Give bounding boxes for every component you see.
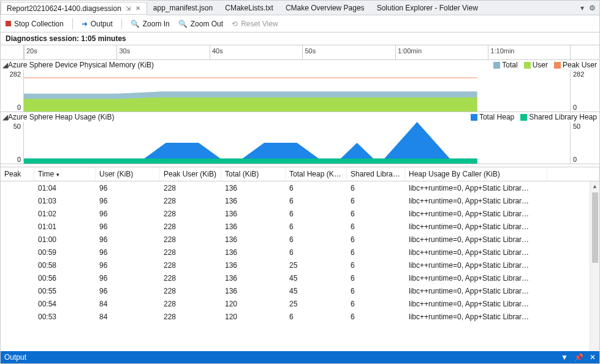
cell-total: 136 <box>221 247 286 258</box>
cell-time: 00:53 <box>34 311 96 322</box>
stop-icon <box>6 21 11 26</box>
tab-app-manifest[interactable]: app_manifest.json <box>147 1 219 15</box>
cell-totalheap: 6 <box>286 221 347 232</box>
cell-peak <box>1 316 34 318</box>
cell-sharedlib: 6 <box>347 208 405 219</box>
cell-sharedlib: 6 <box>347 311 405 322</box>
ruler-gutter-left <box>1 45 24 59</box>
separator <box>121 18 122 29</box>
legend-swatch-peak <box>554 62 561 69</box>
table-row[interactable]: 00:56 96 228 136 45 6 libc++runtime=0, A… <box>1 271 599 284</box>
cell-user: 96 <box>96 273 160 284</box>
gear-icon[interactable]: ⚙ <box>589 4 596 12</box>
cell-time: 01:03 <box>34 195 96 207</box>
table-row[interactable]: 00:54 84 228 120 25 6 libc++runtime=0, A… <box>1 297 599 310</box>
tab-cmake-overview[interactable]: CMake Overview Pages <box>279 1 371 15</box>
table-row[interactable]: 01:03 96 228 136 6 6 libc++runtime=0, Ap… <box>1 194 599 207</box>
tab-cmakelists[interactable]: CMakeLists.txt <box>219 1 279 15</box>
pin-icon[interactable]: 📌 <box>574 353 583 362</box>
scroll-thumb[interactable] <box>592 192 598 263</box>
button-label: Output <box>91 20 113 28</box>
cell-time: 00:56 <box>34 273 96 284</box>
cell-heapusage: libc++runtime=0, App+Static Librar… <box>405 183 547 194</box>
button-label: Stop Collection <box>14 20 64 28</box>
overflow-icon[interactable]: ▾ <box>580 4 584 12</box>
dropdown-icon[interactable]: ▼ <box>561 353 568 362</box>
zoom-in-button[interactable]: 🔍 Zoom In <box>131 20 170 28</box>
legend-swatch-totalheap <box>471 114 477 121</box>
cell-user: 96 <box>96 234 160 245</box>
chart-plot-area[interactable] <box>24 70 570 112</box>
pin-icon[interactable]: ⇲ <box>125 6 131 12</box>
expander-icon[interactable]: ◢ <box>2 113 8 121</box>
cell-sharedlib: 6 <box>347 260 405 271</box>
expander-icon[interactable]: ◢ <box>2 61 8 69</box>
ruler-tick: 1:10min <box>488 45 514 59</box>
cell-totalheap: 6 <box>286 247 347 258</box>
ruler-track[interactable]: 20s 30s 40s 50s 1:00min 1:10min <box>24 45 570 59</box>
cell-total: 136 <box>221 273 286 284</box>
cell-total: 136 <box>221 208 286 219</box>
col-peak[interactable]: Peak <box>1 167 34 181</box>
table-row[interactable]: 00:59 96 228 136 6 6 libc++runtime=0, Ap… <box>1 246 599 259</box>
chart-legend: Total User Peak User <box>493 61 597 69</box>
separator <box>72 18 73 29</box>
button-label: Zoom Out <box>191 20 223 28</box>
cell-sharedlib: 6 <box>347 195 405 207</box>
cell-peakuser: 228 <box>160 183 221 194</box>
ruler-gutter-right <box>570 45 599 59</box>
col-spare[interactable] <box>547 167 599 181</box>
cell-heapusage: libc++runtime=0, App+Static Librar… <box>405 208 547 219</box>
cell-peakuser: 228 <box>160 208 221 219</box>
zoom-out-icon: 🔍 <box>178 20 188 28</box>
cell-peak <box>1 290 34 292</box>
cell-totalheap: 6 <box>286 311 347 322</box>
col-heap-usage[interactable]: Heap Usage By Caller (KiB) <box>405 167 547 181</box>
cell-totalheap: 6 <box>286 183 347 194</box>
grid-body[interactable]: ▲ 01:04 96 228 136 6 6 libc++runtime=0, … <box>1 181 599 351</box>
table-row[interactable]: 00:58 96 228 136 25 6 libc++runtime=0, A… <box>1 259 599 271</box>
cell-sharedlib: 6 <box>347 298 405 309</box>
cell-sharedlib: 6 <box>347 273 405 284</box>
table-row[interactable]: 01:02 96 228 136 6 6 libc++runtime=0, Ap… <box>1 207 599 220</box>
col-time[interactable]: Time▼ <box>34 167 96 181</box>
legend-label: Total <box>502 61 517 69</box>
reset-view-button[interactable]: ⟲ Reset View <box>232 20 278 28</box>
col-total[interactable]: Total (KiB) <box>221 167 286 181</box>
table-row[interactable]: 00:53 84 228 120 6 6 libc++runtime=0, Ap… <box>1 310 599 323</box>
col-user[interactable]: User (KiB) <box>96 167 160 181</box>
tab-solution-explorer[interactable]: Solution Explorer - Folder View <box>371 1 484 15</box>
col-peak-user[interactable]: Peak User (KiB) <box>160 167 221 181</box>
data-grid: Peak Time▼ User (KiB) Peak User (KiB) To… <box>1 167 599 351</box>
table-row[interactable]: 01:01 96 228 136 6 6 libc++runtime=0, Ap… <box>1 220 599 233</box>
table-row[interactable]: 01:04 96 228 136 6 6 libc++runtime=0, Ap… <box>1 181 599 194</box>
tab-report-diagsession[interactable]: Report20210624-1400.diagsession ⇲ ✕ <box>1 1 147 15</box>
chart-plot-area[interactable] <box>24 122 570 164</box>
y-axis-left: 500 <box>1 122 24 164</box>
output-button[interactable]: ➜ Output <box>82 20 113 28</box>
output-panel-bar[interactable]: Output ▼ 📌 ✕ <box>1 351 599 363</box>
ruler-tick: 30s <box>116 45 130 59</box>
cell-peak <box>1 187 34 189</box>
close-icon[interactable]: ✕ <box>590 353 596 362</box>
vertical-scrollbar[interactable]: ▲ <box>590 181 599 351</box>
cell-sharedlib: 6 <box>347 286 405 297</box>
cell-heapusage: libc++runtime=0, App+Static Librar… <box>405 234 547 245</box>
cell-user: 96 <box>96 195 160 207</box>
scroll-up-icon[interactable]: ▲ <box>590 181 599 191</box>
legend-label: Shared Library Heap <box>529 113 597 121</box>
col-shared-lib[interactable]: Shared Library… <box>347 167 405 181</box>
cell-total: 136 <box>221 221 286 232</box>
cell-peak <box>1 303 34 305</box>
time-ruler[interactable]: 20s 30s 40s 50s 1:00min 1:10min <box>1 45 599 60</box>
cell-peak <box>1 238 34 241</box>
cell-peakuser: 228 <box>160 247 221 258</box>
cell-user: 96 <box>96 247 160 258</box>
zoom-out-button[interactable]: 🔍 Zoom Out <box>178 20 223 28</box>
table-row[interactable]: 00:55 96 228 136 45 6 libc++runtime=0, A… <box>1 284 599 297</box>
table-row[interactable]: 01:00 96 228 136 6 6 libc++runtime=0, Ap… <box>1 233 599 246</box>
close-icon[interactable]: ✕ <box>135 6 141 12</box>
col-total-heap[interactable]: Total Heap (KiB) <box>286 167 347 181</box>
stop-collection-button[interactable]: Stop Collection <box>6 20 64 28</box>
cell-time: 01:00 <box>34 234 96 245</box>
